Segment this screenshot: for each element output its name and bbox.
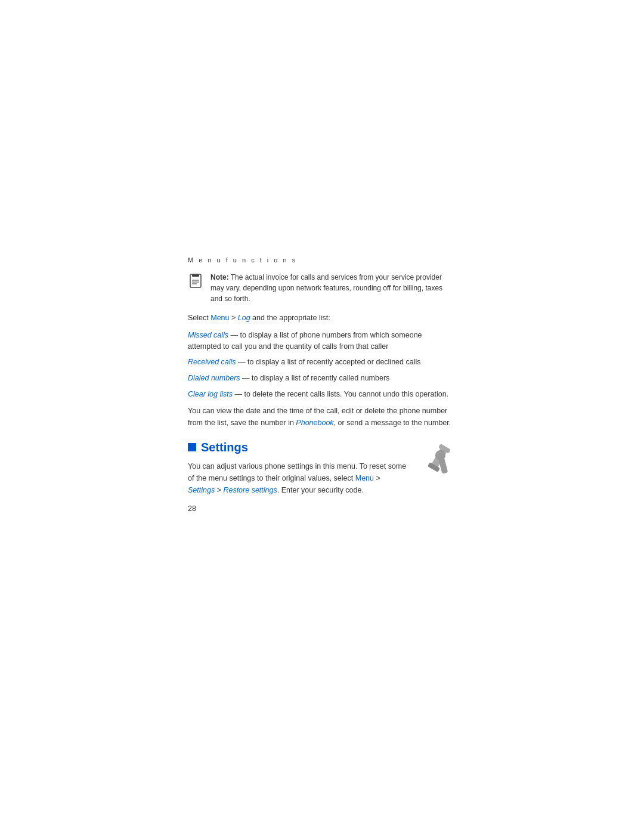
settings-square-icon — [188, 443, 196, 451]
settings-body-end: . Enter your security code. — [277, 486, 364, 494]
note-body: The actual invoice for calls and service… — [210, 273, 442, 303]
settings-sep2: > — [215, 486, 223, 494]
body-end: , or send a message to the number. — [334, 419, 451, 427]
clear-log-body: — to delete the recent calls lists. You … — [233, 390, 448, 398]
note-text: Note: The actual invoice for calls and s… — [210, 272, 456, 304]
settings-section: Settings You can adjust various phone se… — [188, 441, 456, 496]
settings-title: Settings — [201, 441, 248, 454]
note-box: Note: The actual invoice for calls and s… — [188, 272, 456, 304]
settings-link: Settings — [188, 486, 215, 494]
body-paragraph: You can view the date and the time of th… — [188, 405, 456, 429]
settings-menu-link: Menu — [355, 474, 374, 482]
select-line: Select Menu > Log and the appropriate li… — [188, 312, 456, 324]
select-sep1: > — [230, 314, 238, 322]
settings-heading: Settings — [188, 441, 408, 454]
phonebook-link: Phonebook — [296, 419, 333, 427]
select-suffix: and the appropriate list: — [250, 314, 330, 322]
section-label: M e n u f u n c t i o n s — [188, 256, 456, 264]
note-bold: Note: — [210, 273, 229, 281]
clear-log-link: Clear log lists — [188, 390, 233, 398]
menu-link-1: Menu — [210, 314, 229, 322]
select-prefix: Select — [188, 314, 210, 322]
settings-body: You can adjust various phone settings in… — [188, 460, 408, 496]
list-item-received: Received calls — to display a list of re… — [188, 357, 456, 368]
dialed-numbers-body: — to display a list of recently called n… — [240, 374, 390, 382]
list-item-missed: Missed calls — to display a list of phon… — [188, 330, 456, 352]
missed-calls-link: Missed calls — [188, 331, 228, 339]
received-calls-body: — to display a list of recently accepted… — [236, 358, 421, 366]
settings-left: Settings You can adjust various phone se… — [188, 441, 408, 496]
restore-settings-link: Restore settings — [223, 486, 277, 494]
list-item-dialed: Dialed numbers — to display a list of re… — [188, 373, 456, 384]
svg-rect-1 — [192, 274, 199, 277]
page-number: 28 — [188, 504, 456, 513]
received-calls-link: Received calls — [188, 358, 236, 366]
log-link: Log — [238, 314, 250, 322]
content-area: M e n u f u n c t i o n s Note: The actu… — [188, 256, 456, 513]
note-icon — [188, 273, 205, 290]
list-item-clear: Clear log lists — to delete the recent c… — [188, 389, 456, 400]
dialed-numbers-link: Dialed numbers — [188, 374, 240, 382]
settings-sep1: > — [374, 474, 380, 482]
wrench-icon — [414, 438, 456, 479]
page: M e n u f u n c t i o n s Note: The actu… — [0, 0, 644, 833]
